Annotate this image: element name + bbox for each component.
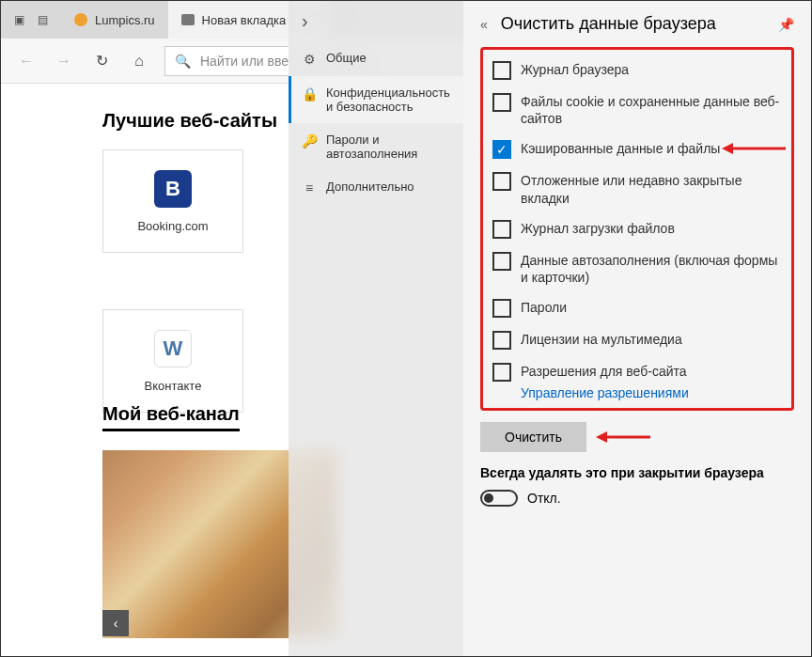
checkbox-box [492, 93, 511, 112]
checkbox-box [492, 252, 511, 271]
svg-marker-3 [596, 431, 607, 443]
vk-icon: W [154, 330, 192, 368]
annotation-arrow [722, 140, 788, 157]
clear-button[interactable]: Очистить [480, 422, 586, 452]
refresh-button[interactable]: ↻ [89, 52, 114, 70]
checkbox-box [492, 61, 511, 80]
checkbox-autofill[interactable]: Данные автозаполнения (включая формы и к… [492, 252, 782, 286]
checkbox-box [492, 220, 511, 239]
checkbox-media[interactable]: Лицензии на мультимедиа [492, 331, 782, 350]
checkbox-box-checked: ✓ [492, 140, 511, 159]
favicon-newtab [181, 14, 195, 25]
settings-item-passwords[interactable]: 🔑 Пароли и автозаполнения [289, 123, 463, 170]
always-clear-toggle[interactable] [480, 490, 518, 507]
clear-data-panel: « Очистить данные браузера 📌 Журнал брау… [463, 1, 811, 656]
checkbox-label: Журнал загрузки файлов [521, 220, 675, 237]
settings-label: Общие [326, 51, 367, 65]
checkbox-box [492, 363, 511, 382]
annotation-arrow [596, 429, 652, 446]
always-clear-label: Всегда удалять это при закрытии браузера [480, 465, 794, 480]
tabs-aside-icon[interactable]: ▣ [14, 13, 24, 26]
booking-icon: B [154, 170, 192, 208]
tile-booking[interactable]: B Booking.com [102, 149, 243, 253]
top-sites-heading: Лучшие веб-сайты [102, 110, 277, 132]
home-button[interactable]: ⌂ [127, 53, 151, 70]
tile-label: Booking.com [137, 219, 208, 233]
checkbox-label: Файлы cookie и сохраненные данные веб-са… [521, 93, 782, 127]
settings-back-button[interactable]: › [289, 1, 463, 41]
checkbox-box [492, 331, 511, 350]
checkbox-label: Журнал браузера [521, 61, 629, 78]
settings-label: Дополнительно [326, 180, 414, 194]
feed-prev-button[interactable]: ‹ [102, 610, 129, 636]
checkbox-label: Кэшированные данные и файлы [521, 140, 720, 157]
tab-preview-icon[interactable]: ▤ [38, 13, 48, 26]
highlight-box: Журнал браузера Файлы cookie и сохраненн… [480, 47, 794, 411]
checkbox-label: Данные автозаполнения (включая формы и к… [521, 252, 782, 286]
checkbox-box [492, 172, 511, 191]
settings-item-general[interactable]: ⚙ Общие [289, 41, 463, 76]
window-tab-controls: ▣ ▤ [1, 1, 61, 39]
checkbox-history[interactable]: Журнал браузера [492, 61, 782, 80]
settings-item-privacy[interactable]: 🔒 Конфиденциальность и безопасность [289, 76, 463, 123]
search-icon: 🔍 [175, 54, 191, 69]
checkbox-label: Пароли [521, 299, 567, 316]
tile-label: Вконтакте [145, 379, 202, 393]
svg-marker-1 [722, 143, 733, 154]
feed-heading: Мой веб-канал [102, 403, 240, 431]
checkbox-label: Отложенные или недавно закрытые вкладки [521, 172, 782, 206]
back-button[interactable]: ← [14, 53, 39, 70]
checkbox-cookies[interactable]: Файлы cookie и сохраненные данные веб-са… [492, 93, 782, 127]
checkbox-box [492, 299, 511, 318]
gear-icon: ⚙ [302, 52, 317, 67]
key-icon: 🔑 [302, 133, 317, 149]
settings-item-advanced[interactable]: ≡ Дополнительно [289, 170, 463, 205]
tab-lumpics[interactable]: Lumpics.ru [61, 1, 168, 39]
checkbox-downloads[interactable]: Журнал загрузки файлов [492, 220, 782, 239]
tab-label: Lumpics.ru [95, 13, 155, 27]
advanced-icon: ≡ [302, 180, 317, 196]
checkbox-cache[interactable]: ✓ Кэшированные данные и файлы [492, 140, 782, 159]
tile-vk[interactable]: W Вконтакте [102, 309, 243, 413]
tab-label: Новая вкладка [202, 13, 287, 27]
checkbox-tabs[interactable]: Отложенные или недавно закрытые вкладки [492, 172, 782, 206]
settings-categories: › ⚙ Общие 🔒 Конфиденциальность и безопас… [289, 1, 463, 656]
pin-icon[interactable]: 📌 [778, 17, 794, 32]
settings-label: Пароли и автозаполнения [326, 133, 450, 161]
manage-permissions-link[interactable]: Управление разрешениями [521, 385, 782, 400]
checkbox-label: Разрешения для веб-сайта [521, 363, 687, 380]
lock-icon: 🔒 [302, 86, 317, 102]
favicon-lumpics [74, 13, 87, 26]
panel-title: Очистить данные браузера [501, 14, 716, 34]
toggle-state-label: Откл. [527, 491, 561, 506]
checkbox-label: Лицензии на мультимедиа [521, 331, 682, 348]
panel-back-icon[interactable]: « [480, 17, 488, 32]
checkbox-passwords[interactable]: Пароли [492, 299, 782, 318]
forward-button[interactable]: → [52, 53, 76, 70]
settings-label: Конфиденциальность и безопасность [326, 86, 450, 114]
checkbox-permissions[interactable]: Разрешения для веб-сайта [492, 363, 782, 382]
